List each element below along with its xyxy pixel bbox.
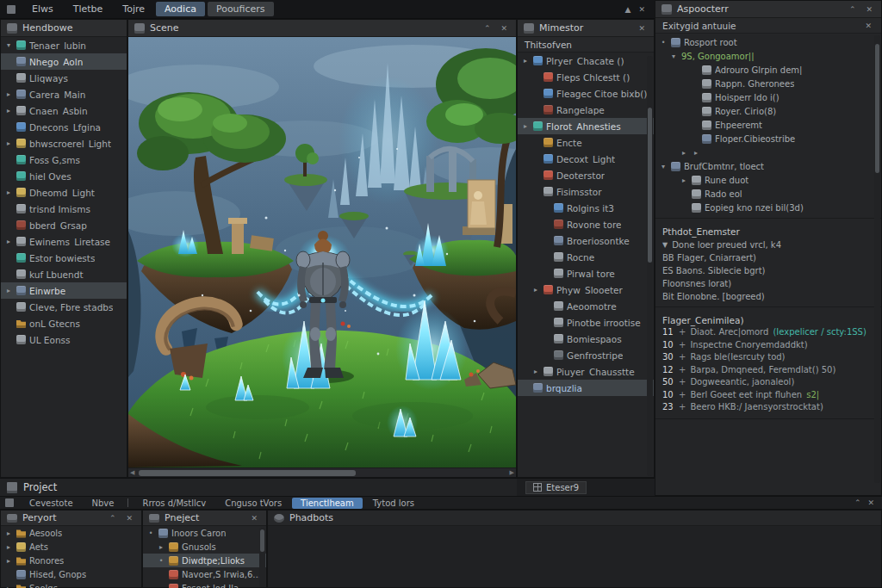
project-item-fesoot-lod-ila[interactable]: Fesoot lod Ila: [143, 581, 266, 588]
hierarchy-item-trisnd-imisms[interactable]: trisnd Imisms: [1, 201, 127, 217]
scrollbar-thumb[interactable]: [875, 44, 879, 173]
chevron-right-icon[interactable]: ▸: [680, 149, 688, 157]
scene-viewport[interactable]: [128, 37, 516, 467]
animator-item-deoterstor[interactable]: Deoterstor: [518, 167, 654, 183]
inspector-item-blank[interactable]: ▸▸: [655, 145, 881, 159]
collapse-icon[interactable]: ⌃: [107, 514, 119, 523]
close-icon[interactable]: ✕: [863, 5, 875, 14]
hierarchy-item-kuf-lbuendt[interactable]: kuf Lbuendt: [1, 266, 127, 282]
chevron-down-icon[interactable]: ▾: [659, 163, 668, 170]
animator-item-brquzlia[interactable]: brquzlia: [518, 380, 654, 396]
inspector-item-brufcbmtnr-tloect[interactable]: ▾BrufCbmtnr, tloect: [655, 159, 881, 173]
hierarchy-item-cleve-fbre-stadbs[interactable]: Cleve, Fbre stadbs: [1, 299, 127, 315]
animator-item-pinotbe-irrootise[interactable]: Pinotbe irrootise: [518, 314, 654, 331]
animator-item-fleagec-citoe-bixb[interactable]: Fleagec Citoe bixb(): [518, 85, 654, 102]
hierarchy-item-dnecons-lfgina[interactable]: Dnecons_Lfgina: [1, 119, 127, 135]
file-item-hised-gnops[interactable]: Hised, Gnops: [1, 567, 141, 581]
console-line[interactable]: 10+Berl Goeet eet inpt fluhens2|: [655, 390, 881, 403]
menu-item-elws[interactable]: Elws: [23, 2, 62, 16]
file-item-ronores[interactable]: ▸Ronores: [1, 554, 141, 567]
chevron-right-icon[interactable]: ▸: [692, 149, 700, 157]
animator-item-piuyer-chausstte[interactable]: ▸Piuyer_Chausstte: [518, 363, 654, 380]
collapse-icon[interactable]: ⌃: [847, 5, 859, 14]
hierarchy-item-dheomd-light[interactable]: ▸Dheomd_Light: [1, 184, 127, 201]
scroll-left-icon[interactable]: ◀: [130, 469, 134, 476]
console-line[interactable]: 12+Barpa, Dmqneed, Feremdlat() 50): [655, 365, 881, 378]
inspector-item-rado-eol[interactable]: Rado eol: [655, 187, 881, 201]
animator-item-encte[interactable]: Encte: [518, 134, 654, 151]
inspector-scrollbar[interactable]: [874, 35, 880, 483]
tab-nbve[interactable]: Nbve: [84, 498, 123, 509]
close-icon[interactable]: ✕: [865, 498, 877, 507]
inspector-item-hoisperr-ido-i[interactable]: Hoisperr Ido i(): [655, 90, 881, 104]
chevron-right-icon[interactable]: ▸: [521, 57, 530, 65]
chevron-right-icon[interactable]: ▸: [4, 585, 13, 588]
tab-tytod-lors[interactable]: Tytod lors: [364, 498, 423, 509]
inspector-item-rosport-root[interactable]: •Rosport root: [655, 35, 881, 49]
hierarchy-item-cnaen-asbin[interactable]: ▸Cnaen_Asbin: [1, 102, 127, 119]
chevron-right-icon[interactable]: ▸: [4, 529, 13, 537]
scrollbar-thumb[interactable]: [648, 108, 652, 263]
collapse-icon[interactable]: ▲: [623, 5, 634, 14]
inspector-item-eopieg-kno-nzei-bil-3d[interactable]: Eopieg kno nzei bil(3d): [655, 201, 881, 214]
chevron-right-icon[interactable]: ▸: [531, 286, 540, 294]
chevron-right-icon[interactable]: ▸: [4, 557, 13, 565]
hierarchy-item-hiel-oves[interactable]: hiel Oves: [1, 168, 127, 184]
console-line[interactable]: 50+Dogweeantic, jaonaleol): [655, 377, 881, 390]
chevron-right-icon[interactable]: ▸: [4, 189, 13, 196]
tab-cnguso-tvors[interactable]: Cnguso tVors: [216, 498, 290, 509]
chevron-right-icon[interactable]: ▸: [680, 176, 688, 184]
collapse-icon[interactable]: ⌃: [481, 24, 494, 33]
hierarchy-item-foss-g-sms[interactable]: Foss G,sms: [1, 152, 127, 168]
hierarchy-item-tenaer-lubin[interactable]: ▾Tenaer_lubin: [1, 37, 127, 53]
hierarchy-item-estor-bowiests[interactable]: Estor bowiests: [1, 250, 127, 266]
hierarchy-item-nhego-aoln[interactable]: Nhego_Aoln: [1, 53, 127, 70]
file-item-soolgs[interactable]: ▸Soolgs: [1, 581, 141, 588]
inspector-item-adrouro-glrpin-dem[interactable]: Adrouro Glrpin dem|: [655, 63, 881, 77]
animator-item-pirwal-tore[interactable]: Pirwal tore: [518, 265, 654, 282]
animator-item-rangelape[interactable]: Rangelape: [518, 102, 654, 118]
eteser-tab[interactable]: Eteser9: [525, 481, 587, 494]
chevron-right-icon[interactable]: ▸: [521, 122, 530, 130]
inspector-item-rappn-gheronees[interactable]: Rappn. Gheronees: [655, 77, 881, 90]
scrollbar-thumb[interactable]: [139, 470, 356, 476]
close-icon[interactable]: ✕: [248, 514, 260, 523]
project-item-diwdtpe-llioks[interactable]: •Diwdtpe;Llioks: [143, 554, 266, 567]
hierarchy-item-onl-gtecns[interactable]: onL Gtecns: [1, 315, 127, 331]
chevron-right-icon[interactable]: ▸: [4, 139, 13, 147]
animator-item-fleps-chlcestt[interactable]: Fleps Chlcestt (): [518, 69, 654, 85]
console-line[interactable]: 30+Rags ble(Iesrcuty tod): [655, 352, 881, 365]
close-icon[interactable]: ✕: [862, 22, 874, 30]
tab-tienctlheam[interactable]: Tienctlheam: [292, 498, 363, 509]
inspector-item-royer-cirio-8[interactable]: Royer. Cirio(8): [655, 104, 881, 118]
menu-item-aodica[interactable]: Aodica: [156, 2, 205, 16]
inspector-item-9s-gongoamor[interactable]: ▾9S, Gongoamor||: [655, 49, 881, 63]
hierarchy-item-lliqways[interactable]: Lliqways: [1, 70, 127, 86]
collapse-icon[interactable]: ⌃: [852, 498, 864, 507]
chevron-right-icon[interactable]: ▸: [4, 287, 13, 294]
animator-item-broeriosontke[interactable]: Broeriosontke: [518, 232, 654, 249]
inspector-item-rune-duot[interactable]: ▸Rune duot: [655, 173, 881, 187]
animator-item-fisimsstor[interactable]: Fisimsstor: [518, 183, 654, 200]
animator-item-aeoomotre[interactable]: Aeoomotre: [518, 298, 654, 314]
animator-scrollbar[interactable]: [647, 56, 653, 476]
chevron-right-icon[interactable]: ▸: [4, 107, 13, 115]
property-row[interactable]: Floonsnes lorat): [655, 277, 881, 290]
scene-horizontal-scrollbar[interactable]: ◀ ▶: [128, 467, 516, 477]
property-row[interactable]: Bit Elonobne. [bogreed): [655, 290, 881, 303]
hierarchy-item-bberd-grsap[interactable]: bberd_Grsap: [1, 217, 127, 233]
chevron-right-icon[interactable]: ▸: [4, 543, 13, 551]
hierarchy-item-bhwscroerel-light[interactable]: ▸bhwscroerel_Light: [1, 135, 127, 152]
animator-item-rolgins-it3[interactable]: Rolgins it3: [518, 200, 654, 216]
property-row[interactable]: ES Baons. Siblecie bgrt): [655, 264, 881, 277]
menu-item-poouficers[interactable]: Poouficers: [208, 2, 274, 16]
property-row[interactable]: BB Flager, Cniarraert): [655, 251, 881, 264]
project-item-navoer-s-irwia-6bra[interactable]: Navoer,S Irwia,6bra:: [143, 567, 266, 581]
menu-item-tletbe[interactable]: Tletbe: [65, 2, 112, 16]
file-item-aesools[interactable]: ▸Aesools: [1, 526, 141, 540]
console-line[interactable]: 23+Beero HKB:/ Jaensyorstrocktat): [655, 402, 881, 415]
chevron-down-icon[interactable]: ▾: [669, 53, 678, 60]
project-item-inoors-caron[interactable]: •Inoors Caron: [143, 526, 266, 540]
animator-item-plryer-chacate[interactable]: ▸Plryer_Chacate (): [518, 53, 654, 69]
close-icon[interactable]: ✕: [636, 5, 648, 14]
